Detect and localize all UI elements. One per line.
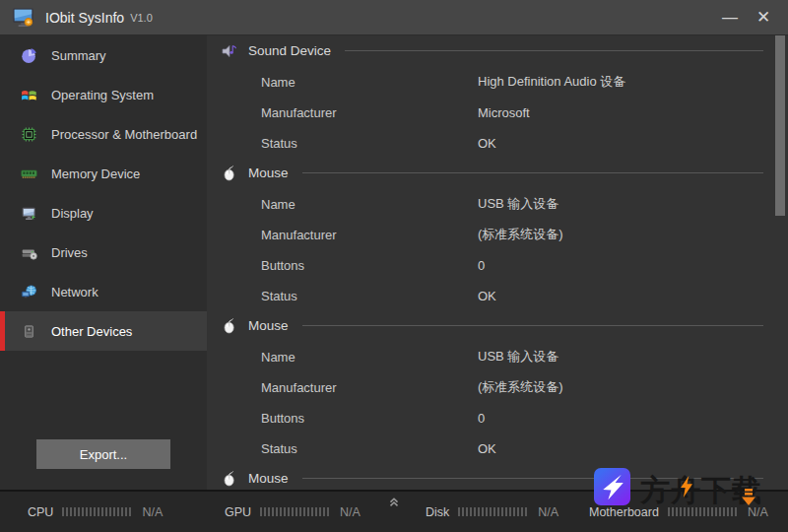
mouse-icon xyxy=(221,317,238,335)
sidebar-item-label: Drives xyxy=(51,245,88,260)
display-icon xyxy=(21,205,37,222)
section-divider xyxy=(302,325,763,326)
sidebar-item-label: Other Devices xyxy=(51,324,132,339)
property-row: Buttons 0 xyxy=(207,402,788,432)
pie-chart-icon xyxy=(21,47,37,64)
device-section: Sound Device Name High Definition Audio … xyxy=(207,35,788,158)
close-icon[interactable]: ✕ xyxy=(747,0,780,35)
section-title: Sound Device xyxy=(248,43,331,58)
property-value: 0 xyxy=(478,410,485,425)
scrollbar-thumb[interactable] xyxy=(775,35,785,216)
property-value: Microsoft xyxy=(478,104,530,119)
property-label: Manufacturer xyxy=(261,379,337,394)
export-button[interactable]: Export... xyxy=(36,439,170,469)
property-label: Status xyxy=(261,135,297,150)
property-value: (标准系统设备) xyxy=(478,226,563,243)
property-row: Buttons 0 xyxy=(207,249,788,280)
mouse-icon xyxy=(221,165,238,182)
property-label: Manufacturer xyxy=(261,227,337,241)
property-row: Manufacturer (标准系统设备) xyxy=(207,371,788,402)
section-header: Mouse xyxy=(207,310,788,341)
section-title: Mouse xyxy=(248,318,289,333)
property-label: Name xyxy=(261,349,296,364)
section-title: Mouse xyxy=(248,471,289,486)
property-row: Status OK xyxy=(207,280,788,310)
sidebar-item[interactable]: Memory Device xyxy=(0,154,207,193)
device-icon xyxy=(21,323,37,340)
property-value: High Definition Audio 设备 xyxy=(478,73,625,91)
property-row: Status OK xyxy=(207,432,788,463)
chevrons-up-icon[interactable] xyxy=(386,494,402,509)
property-row: Status OK xyxy=(207,127,788,158)
sidebar-item[interactable]: Summary xyxy=(0,35,207,75)
meter-bar-icon xyxy=(260,507,331,516)
sidebar-item-label: Memory Device xyxy=(51,166,140,181)
sidebar-item[interactable]: Network xyxy=(0,272,207,311)
sections: Sound Device Name High Definition Audio … xyxy=(207,35,788,490)
property-row: Name USB 输入设备 xyxy=(207,188,788,219)
device-section: Mouse Name USB 输入设备 Manufacturer (标准系统设备… xyxy=(207,158,788,310)
window-controls: — ✕ xyxy=(713,0,780,35)
property-label: Buttons xyxy=(261,410,304,425)
mouse-icon xyxy=(221,470,238,488)
property-label: Status xyxy=(261,440,297,455)
property-value: OK xyxy=(478,288,496,302)
meter-label: Disk xyxy=(426,505,449,519)
property-row: Name USB 输入设备 xyxy=(207,341,788,371)
meter-label: GPU xyxy=(225,505,251,519)
status-bar: CPU N/A GPU N/A Disk N/A Motherboard N/A xyxy=(0,490,788,532)
meter-value: N/A xyxy=(748,505,768,519)
app-logo-icon xyxy=(12,7,35,29)
section-header: Mouse xyxy=(207,463,788,490)
sidebar-item[interactable]: Drives xyxy=(0,233,207,272)
sidebar-item[interactable]: Display xyxy=(0,193,207,233)
sidebar-item[interactable]: Operating System xyxy=(0,75,207,114)
speaker-icon xyxy=(221,42,238,60)
section-divider xyxy=(345,50,763,51)
resource-meter: Motherboard N/A xyxy=(589,492,768,532)
property-label: Name xyxy=(261,74,296,89)
minimize-icon[interactable]: — xyxy=(713,0,747,35)
property-value: (标准系统设备) xyxy=(478,378,563,396)
property-value: USB 输入设备 xyxy=(478,348,558,366)
sidebar-item-label: Processor & Motherboard xyxy=(51,127,197,142)
meter-value: N/A xyxy=(538,505,558,519)
windows-icon xyxy=(21,87,37,103)
property-row: Manufacturer Microsoft xyxy=(207,97,788,127)
sidebar-item[interactable]: Other Devices xyxy=(0,311,207,351)
resource-meter: GPU N/A xyxy=(225,492,361,532)
meter-value: N/A xyxy=(340,505,361,519)
title-bar: IObit SysInfo V1.0 — ✕ xyxy=(0,0,788,35)
property-label: Status xyxy=(261,288,297,302)
section-header: Sound Device xyxy=(207,35,788,66)
property-label: Name xyxy=(261,196,296,211)
network-icon xyxy=(21,284,37,300)
sidebar-item-label: Display xyxy=(51,206,94,221)
meter-label: Motherboard xyxy=(589,505,659,519)
property-value: USB 输入设备 xyxy=(478,195,558,213)
device-section: Mouse Name USB 输入设备 Manufacturer (标准系统设备… xyxy=(207,310,788,463)
ram-icon xyxy=(21,166,37,182)
device-section: Mouse xyxy=(207,463,788,490)
sidebar-item-label: Network xyxy=(51,285,98,299)
sidebar-item-label: Summary xyxy=(51,48,106,63)
resource-meter: CPU N/A xyxy=(28,492,163,532)
sidebar-item-label: Operating System xyxy=(51,88,154,102)
section-divider xyxy=(302,478,763,479)
section-title: Mouse xyxy=(248,166,289,180)
sidebar-nav: Summary Operating System Processor & Mot… xyxy=(0,35,207,351)
chip-icon xyxy=(21,126,37,143)
property-value: OK xyxy=(478,135,496,150)
app-version: V1.0 xyxy=(130,12,153,24)
meter-bar-icon xyxy=(668,507,739,516)
sidebar: Summary Operating System Processor & Mot… xyxy=(0,35,207,490)
section-header: Mouse xyxy=(207,158,788,188)
property-row: Name High Definition Audio 设备 xyxy=(207,66,788,97)
section-divider xyxy=(302,172,763,173)
window-title: IObit SysInfo xyxy=(45,10,124,26)
app-window: IObit SysInfo V1.0 — ✕ Summary Operating… xyxy=(0,0,788,532)
sidebar-item[interactable]: Processor & Motherboard xyxy=(0,114,207,154)
main-content: Sound Device Name High Definition Audio … xyxy=(207,35,788,490)
meter-bar-icon xyxy=(62,507,133,516)
resource-meter: Disk N/A xyxy=(426,492,558,532)
